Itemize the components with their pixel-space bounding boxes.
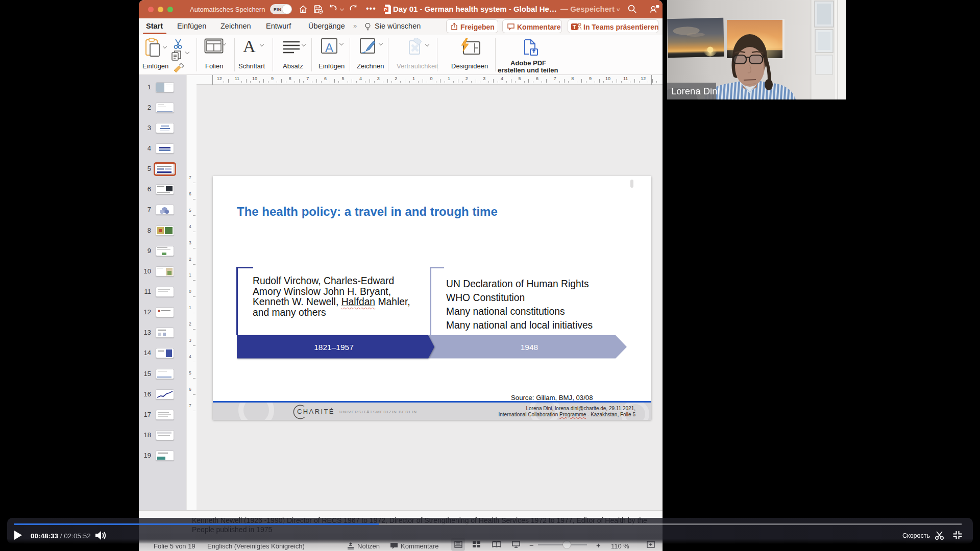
svg-text:T: T xyxy=(573,24,576,30)
svg-text:P: P xyxy=(384,7,387,12)
svg-text:Lorena Dini: Lorena Dini xyxy=(671,86,720,96)
svg-text:A: A xyxy=(325,41,333,55)
